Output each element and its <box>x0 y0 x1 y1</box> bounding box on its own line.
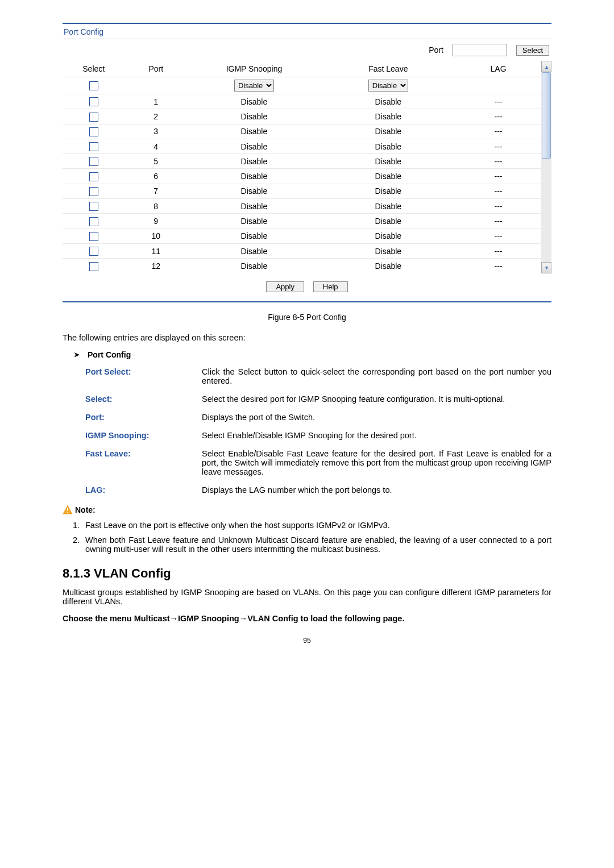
table-row: 12DisableDisable--- <box>63 259 541 273</box>
row-checkbox[interactable] <box>89 172 98 181</box>
cell-lag: --- <box>455 154 542 169</box>
port-input[interactable] <box>453 44 507 56</box>
cell-port: 3 <box>125 124 188 139</box>
cell-igmp: Disable <box>187 199 321 214</box>
definition-desc: Select the desired port for IGMP Snoopin… <box>202 394 551 404</box>
cell-port: 4 <box>125 139 188 153</box>
definition-row: LAG:Displays the LAG number which the po… <box>85 485 551 495</box>
cell-lag: --- <box>455 199 542 214</box>
table-row: 4DisableDisable--- <box>63 139 541 153</box>
igmp-snooping-select[interactable]: Disable <box>234 80 274 92</box>
cell-fastleave: Disable <box>321 124 455 139</box>
table-row: 2DisableDisable--- <box>63 109 541 124</box>
cell-igmp: Disable <box>187 124 321 139</box>
table-scrollbar[interactable]: ▴ ▾ <box>541 61 551 273</box>
table-row: 3DisableDisable--- <box>63 124 541 139</box>
cell-fastleave: Disable <box>321 243 455 258</box>
apply-button[interactable]: Apply <box>266 281 304 292</box>
cell-igmp: Disable <box>187 259 321 273</box>
definition-term: Select: <box>85 394 202 404</box>
cell-lag: --- <box>455 259 542 273</box>
cell-lag: --- <box>455 94 542 109</box>
fast-leave-select[interactable]: Disable <box>368 80 408 92</box>
row-checkbox[interactable] <box>89 217 98 226</box>
port-label: Port <box>429 45 443 55</box>
help-button[interactable]: Help <box>313 281 348 292</box>
port-config-table: Select Port IGMP Snooping Fast Leave LAG… <box>63 61 541 273</box>
svg-rect-2 <box>67 512 68 513</box>
scroll-down-icon[interactable]: ▾ <box>541 262 551 273</box>
definition-desc: Select Enable/Disable Fast Leave feature… <box>202 449 551 476</box>
cell-port: 2 <box>125 109 188 124</box>
cell-port: 7 <box>125 184 188 198</box>
bullet-title: Port Config <box>88 350 131 359</box>
note-item: When both Fast Leave feature and Unknown… <box>82 535 551 554</box>
table-row: 1DisableDisable--- <box>63 94 541 109</box>
table-row: 5DisableDisable--- <box>63 154 541 169</box>
row-checkbox[interactable] <box>89 157 98 166</box>
row-checkbox[interactable] <box>89 97 98 106</box>
cell-igmp: Disable <box>187 229 321 243</box>
col-igmp: IGMP Snooping <box>187 61 321 77</box>
row-checkbox[interactable] <box>89 247 98 256</box>
cell-igmp: Disable <box>187 109 321 124</box>
cell-igmp: Disable <box>187 214 321 229</box>
table-row: 8DisableDisable--- <box>63 199 541 214</box>
cell-port: 1 <box>125 94 188 109</box>
definition-row: Fast Leave:Select Enable/Disable Fast Le… <box>85 449 551 476</box>
cell-lag: --- <box>455 229 542 243</box>
cell-port: 8 <box>125 199 188 214</box>
cell-lag: --- <box>455 124 542 139</box>
cell-port: 11 <box>125 243 188 258</box>
select-button[interactable]: Select <box>516 45 549 56</box>
port-config-panel: Port Config Port Select Select Port IGMP… <box>63 23 551 302</box>
cell-port: 10 <box>125 229 188 243</box>
row-checkbox[interactable] <box>89 142 98 151</box>
note-list: Fast Leave on the port is effective only… <box>63 521 551 554</box>
row-checkbox[interactable] <box>89 187 98 196</box>
definition-term: Port: <box>85 413 202 422</box>
cell-fastleave: Disable <box>321 259 455 273</box>
definition-term: IGMP Snooping: <box>85 431 202 440</box>
cell-lag: --- <box>455 109 542 124</box>
cell-igmp: Disable <box>187 139 321 153</box>
cell-fastleave: Disable <box>321 214 455 229</box>
cell-igmp: Disable <box>187 169 321 184</box>
table-row: 9DisableDisable--- <box>63 214 541 229</box>
row-checkbox[interactable] <box>89 202 98 211</box>
definition-row: IGMP Snooping:Select Enable/Disable IGMP… <box>85 431 551 440</box>
intro-text: The following entries are displayed on t… <box>63 333 551 342</box>
cell-igmp: Disable <box>187 243 321 258</box>
scroll-thumb[interactable] <box>542 72 551 159</box>
select-all-checkbox[interactable] <box>89 81 98 90</box>
definition-term: Port Select: <box>85 367 202 385</box>
cell-port: 12 <box>125 259 188 273</box>
panel-title: Port Config <box>63 24 551 39</box>
cell-igmp: Disable <box>187 154 321 169</box>
cell-igmp: Disable <box>187 94 321 109</box>
section-body: Multicast groups established by IGMP Sno… <box>63 588 551 606</box>
scroll-up-icon[interactable]: ▴ <box>541 61 551 72</box>
row-checkbox[interactable] <box>89 262 98 271</box>
row-checkbox[interactable] <box>89 127 98 136</box>
definition-row: Port:Displays the port of the Switch. <box>85 413 551 422</box>
row-checkbox[interactable] <box>89 232 98 241</box>
table-row: 10DisableDisable--- <box>63 229 541 243</box>
definition-row: Select:Select the desired port for IGMP … <box>85 394 551 404</box>
col-port: Port <box>125 61 188 77</box>
definition-desc: Displays the LAG number which the port b… <box>202 485 551 495</box>
definition-term: LAG: <box>85 485 202 495</box>
definition-list: Port Select:Click the Select button to q… <box>85 367 551 495</box>
page-number: 95 <box>63 637 551 645</box>
cell-fastleave: Disable <box>321 229 455 243</box>
cell-fastleave: Disable <box>321 94 455 109</box>
cell-fastleave: Disable <box>321 109 455 124</box>
cell-fastleave: Disable <box>321 199 455 214</box>
row-checkbox[interactable] <box>89 113 98 122</box>
cell-lag: --- <box>455 169 542 184</box>
section-heading: 8.1.3 VLAN Config <box>63 566 551 581</box>
cell-igmp: Disable <box>187 184 321 198</box>
cell-lag: --- <box>455 243 542 258</box>
col-lag: LAG <box>455 61 542 77</box>
bullet-arrow-icon: ➤ <box>74 351 80 359</box>
